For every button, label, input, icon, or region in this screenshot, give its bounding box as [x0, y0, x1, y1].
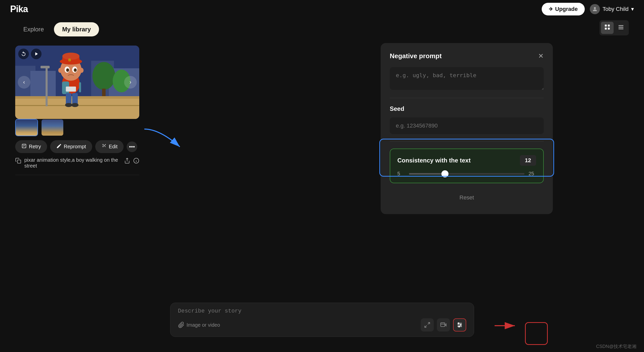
- consistency-label: Consistency with the text: [397, 157, 471, 164]
- svg-rect-36: [72, 93, 78, 105]
- upgrade-button[interactable]: ✈ Upgrade: [542, 3, 585, 15]
- slider-min-label: 5: [397, 171, 405, 177]
- header: Pika ✈ Upgrade Toby Child ▾: [0, 0, 644, 18]
- slider-thumb[interactable]: [441, 170, 448, 177]
- info-button[interactable]: [133, 158, 139, 165]
- svg-rect-1: [605, 25, 607, 27]
- panel-divider-2: [390, 141, 544, 141]
- expand-button[interactable]: [421, 318, 434, 332]
- tab-explore[interactable]: Explore: [15, 22, 52, 36]
- seed-input[interactable]: [390, 117, 544, 134]
- negative-prompt-input[interactable]: [390, 67, 544, 90]
- svg-point-13: [92, 62, 115, 90]
- edit-pen-icon: [56, 143, 62, 150]
- retry-label: Retry: [29, 144, 41, 150]
- svg-point-29: [67, 69, 68, 70]
- svg-rect-40: [41, 66, 50, 68]
- panel-header: Negative prompt ✕: [390, 52, 544, 60]
- svg-point-59: [458, 326, 459, 327]
- retry-icon: [21, 143, 27, 150]
- panel-divider-1: [390, 98, 544, 98]
- reprompt-label: Reprompt: [64, 144, 86, 150]
- svg-rect-45: [17, 160, 21, 163]
- edit-label: Edit: [109, 144, 118, 150]
- copy-button[interactable]: [15, 158, 21, 165]
- slider-max-label: 25: [529, 171, 536, 177]
- svg-rect-39: [46, 66, 48, 106]
- media-controls: [18, 49, 42, 59]
- watermark: CSDN@技术宅老湘: [596, 343, 636, 349]
- seed-label: Seed: [390, 105, 544, 112]
- close-panel-button[interactable]: ✕: [538, 52, 544, 60]
- svg-text:B: B: [68, 58, 71, 62]
- svg-rect-6: [618, 27, 623, 28]
- chevron-down-icon: ▾: [631, 6, 634, 12]
- svg-rect-5: [618, 25, 623, 26]
- share-button[interactable]: [124, 158, 130, 165]
- svg-rect-4: [608, 28, 610, 30]
- header-right: ✈ Upgrade Toby Child ▾: [542, 3, 634, 15]
- settings-button-highlight: [525, 322, 548, 345]
- svg-rect-34: [79, 82, 81, 92]
- prev-button[interactable]: ‹: [18, 76, 30, 89]
- svg-point-32: [80, 68, 84, 73]
- prompt-text: pixar animation style,a boy walking on t…: [24, 157, 121, 169]
- avatar: [590, 4, 600, 14]
- svg-rect-52: [441, 323, 445, 326]
- red-arrow-annotation: [492, 318, 522, 334]
- media-label: Image or video: [187, 322, 220, 328]
- svg-point-0: [594, 7, 596, 9]
- svg-rect-2: [608, 25, 610, 27]
- svg-point-58: [460, 324, 461, 325]
- svg-point-57: [458, 323, 459, 324]
- consistency-header: Consistency with the text 12: [397, 155, 536, 166]
- consistency-slider[interactable]: [409, 173, 524, 175]
- scissors-icon: [101, 143, 107, 150]
- svg-rect-3: [605, 28, 607, 30]
- thumbnail-1[interactable]: [15, 119, 38, 136]
- prompt-area: pixar animation style,a boy walking on t…: [15, 157, 139, 169]
- svg-line-50: [428, 322, 430, 324]
- story-input[interactable]: [178, 308, 466, 314]
- retry-button[interactable]: Retry: [15, 140, 47, 153]
- action-buttons: Retry Reprompt Edit •••: [15, 140, 139, 153]
- next-button[interactable]: ›: [124, 76, 137, 89]
- thumbnail-2[interactable]: [41, 119, 64, 136]
- app-logo: Pika: [10, 4, 28, 14]
- media-preview: B: [15, 46, 139, 119]
- tab-my-library[interactable]: My library: [54, 22, 99, 36]
- settings-panel: Negative prompt ✕ Seed Consistency with …: [381, 43, 553, 214]
- consistency-value: 12: [520, 155, 536, 166]
- panel-title: Negative prompt: [390, 52, 442, 60]
- slider-track: [409, 173, 444, 175]
- svg-rect-41: [66, 87, 76, 92]
- list-view-button[interactable]: [615, 22, 627, 34]
- reprompt-button[interactable]: Reprompt: [50, 140, 92, 153]
- more-button[interactable]: •••: [127, 141, 137, 152]
- plane-icon: ✈: [549, 6, 553, 12]
- svg-point-38: [71, 103, 79, 107]
- grid-view-button[interactable]: [601, 22, 614, 34]
- slider-container: 5 25: [397, 171, 536, 177]
- consistency-section: Consistency with the text 12 5 25: [390, 149, 544, 183]
- svg-rect-35: [66, 93, 71, 105]
- nav-tabs: Explore My library: [0, 18, 644, 40]
- blue-arrow-annotation: [139, 124, 195, 155]
- input-actions: [421, 318, 466, 332]
- svg-rect-7: [618, 28, 623, 29]
- thumbnails: [15, 119, 139, 136]
- divider: [15, 175, 139, 175]
- svg-point-31: [58, 68, 62, 73]
- svg-point-30: [75, 69, 76, 70]
- user-name: Toby Child: [602, 6, 629, 12]
- video-button[interactable]: [437, 318, 450, 332]
- user-menu[interactable]: Toby Child ▾: [590, 4, 634, 14]
- media-attach-button[interactable]: Image or video: [178, 322, 220, 328]
- settings-button[interactable]: [453, 318, 466, 332]
- play-button[interactable]: [31, 49, 42, 59]
- edit-button[interactable]: Edit: [95, 140, 124, 153]
- story-input-footer: Image or video: [178, 318, 466, 332]
- reset-button[interactable]: Reset: [390, 190, 544, 205]
- story-input-area: Image or video: [170, 303, 474, 337]
- rewind-button[interactable]: [18, 49, 29, 59]
